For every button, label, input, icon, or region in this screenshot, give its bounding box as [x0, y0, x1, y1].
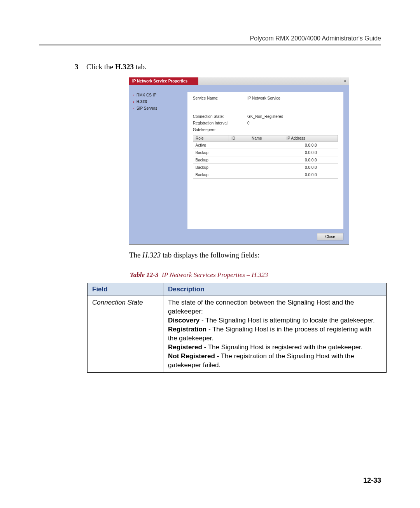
gk-cell-ip: 0.0.0.0: [284, 142, 338, 149]
post-prefix: The: [129, 251, 142, 259]
gk-cell-name: [249, 142, 284, 149]
desc-notreg-b: Not Registered: [168, 352, 215, 360]
col-description: Description: [163, 283, 387, 296]
chevron-right-icon: ›: [133, 107, 134, 110]
gatekeepers-label: Gatekeepers:: [193, 128, 247, 132]
cell-description: The state of the connection between the …: [163, 296, 387, 373]
gk-cell-name: [249, 171, 284, 179]
gk-cell-name: [249, 156, 284, 164]
gk-cell-role: Backup: [193, 156, 229, 164]
step-number: 3: [75, 63, 81, 71]
sidebar-item-h323[interactable]: › H.323: [131, 99, 185, 105]
gk-cell-role: Backup: [193, 171, 229, 179]
table-row[interactable]: Backup0.0.0.0: [193, 164, 338, 171]
desc-discovery-b: Discovery: [168, 317, 200, 324]
table-caption: Table 12-3 IP Network Services Propertie…: [130, 271, 381, 279]
gk-cell-name: [249, 149, 284, 156]
gk-cell-role: Backup: [193, 164, 229, 171]
gk-cell-name: [249, 164, 284, 171]
gk-cell-id: [229, 171, 249, 179]
dialog-screenshot: IP Network Service Properties × › RMX CS…: [129, 77, 349, 245]
chevron-right-icon: ›: [133, 100, 134, 104]
gk-cell-ip: 0.0.0.0: [284, 164, 338, 171]
gk-col-name[interactable]: Name: [249, 135, 284, 142]
step-suffix: tab.: [134, 63, 147, 71]
service-name-label: Service Name:: [193, 96, 247, 100]
caption-label: Table 12-3: [130, 271, 159, 279]
header-title: Polycom RMX 2000/4000 Administrator's Gu…: [39, 35, 381, 42]
properties-table: Field Description Connection State The s…: [87, 283, 387, 373]
sidebar-label: SIP Servers: [136, 106, 157, 110]
gk-scroll-area: [193, 179, 338, 209]
header-rule: [39, 44, 381, 46]
step-text: Click the H.323 tab.: [86, 63, 147, 71]
gk-cell-id: [229, 142, 249, 149]
sidebar-label: H.323: [136, 100, 147, 104]
connection-state-value: GK_Non_Registered: [247, 114, 283, 119]
gk-cell-ip: 0.0.0.0: [284, 171, 338, 179]
dialog-content-pane: Service Name: IP Network Service Connect…: [187, 92, 343, 229]
registration-interval-value: 0: [247, 121, 250, 125]
desc-registered-b: Registered: [168, 343, 202, 351]
desc-discovery-t: - The Signaling Host is attempting to lo…: [200, 317, 374, 324]
page-number: 12-33: [363, 476, 381, 485]
table-row: Connection State The state of the connec…: [88, 296, 387, 373]
gk-cell-ip: 0.0.0.0: [284, 156, 338, 164]
sidebar-item-rmx-cs-ip[interactable]: › RMX CS IP: [131, 92, 185, 98]
gk-cell-role: Backup: [193, 149, 229, 156]
registration-interval-label: Registration Interval:: [193, 121, 247, 125]
gk-cell-ip: 0.0.0.0: [284, 149, 338, 156]
gk-cell-id: [229, 164, 249, 171]
dialog-titlebar: IP Network Service Properties ×: [129, 77, 349, 85]
desc-registration-b: Registration: [168, 326, 206, 333]
desc-line1: The state of the connection between the …: [168, 299, 354, 315]
desc-registered-t: - The Signaling Host is registered with …: [202, 343, 363, 351]
post-screenshot-text: The H.323 tab displays the following fie…: [129, 251, 381, 259]
post-italic: H.323: [142, 251, 161, 259]
cell-field: Connection State: [88, 296, 163, 373]
table-row[interactable]: Backup0.0.0.0: [193, 156, 338, 164]
close-button[interactable]: Close: [317, 233, 343, 240]
close-icon[interactable]: ×: [341, 77, 349, 85]
post-suffix: tab displays the following fields:: [161, 251, 259, 259]
table-row[interactable]: Active0.0.0.0: [193, 142, 338, 149]
table-row[interactable]: Backup0.0.0.0: [193, 171, 338, 179]
gatekeepers-table: Role ID Name IP Address Active0.0.0.0Bac…: [193, 135, 338, 179]
gk-cell-id: [229, 149, 249, 156]
col-field: Field: [88, 283, 163, 296]
step-bold: H.323: [115, 63, 134, 71]
gk-col-ip[interactable]: IP Address: [284, 135, 338, 142]
caption-title: IP Network Services Properties – H.323: [162, 271, 268, 279]
service-name-value: IP Network Service: [247, 96, 280, 100]
step-row: 3 Click the H.323 tab.: [75, 63, 381, 71]
gk-cell-role: Active: [193, 142, 229, 149]
step-prefix: Click the: [86, 63, 115, 71]
gk-cell-id: [229, 156, 249, 164]
titlebar-spacer: [198, 77, 341, 85]
chevron-right-icon: ›: [133, 93, 134, 97]
connection-state-label: Connection State:: [193, 114, 247, 119]
dialog-title: IP Network Service Properties: [129, 77, 198, 85]
gk-col-role[interactable]: Role: [193, 135, 229, 142]
table-row[interactable]: Backup0.0.0.0: [193, 149, 338, 156]
gk-col-id[interactable]: ID: [229, 135, 249, 142]
sidebar-item-sip-servers[interactable]: › SIP Servers: [131, 105, 185, 111]
sidebar-label: RMX CS IP: [136, 93, 156, 97]
dialog-sidebar: › RMX CS IP › H.323 › SIP Servers: [129, 85, 187, 233]
